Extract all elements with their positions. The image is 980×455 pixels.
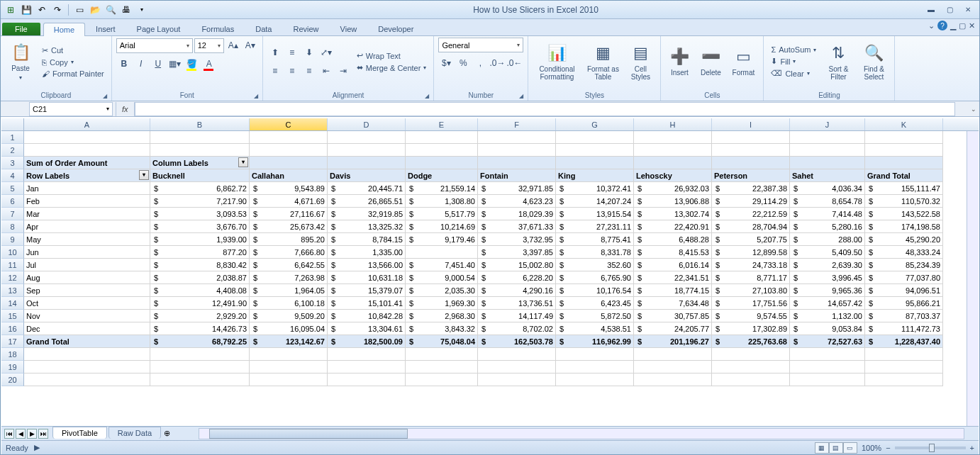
cell[interactable]: $6,423.45 [556,297,634,310]
clear-button[interactable]: ⌫Clear▾ [768,68,819,79]
cell[interactable] [406,348,478,361]
formula-expand-icon[interactable]: ⌄ [968,106,979,113]
undo-icon[interactable]: ↶ [35,3,49,17]
cell[interactable]: $13,736.51 [478,297,556,310]
row-header[interactable]: 14 [1,297,24,310]
column-labels-dropdown[interactable]: ▾ [238,157,248,167]
cell[interactable] [865,131,943,144]
cell[interactable]: Callahan [250,169,328,182]
cell[interactable]: $116,962.99 [556,335,634,348]
cell[interactable]: $13,325.32 [328,220,406,233]
row-header[interactable]: 2 [1,144,24,157]
cell[interactable]: $8,415.53 [634,246,712,259]
cell[interactable]: $14,117.49 [478,310,556,322]
comma-format-button[interactable]: , [472,55,488,71]
sheet-nav-next[interactable]: ▶ [27,429,37,439]
column-header[interactable]: F [478,118,556,130]
row-labels-dropdown[interactable]: ▾ [139,170,149,180]
row-header[interactable]: 6 [1,195,24,208]
excel-icon[interactable]: ⊞ [4,3,18,17]
cell[interactable]: $4,290.16 [478,284,556,297]
cell[interactable] [478,131,556,144]
cell[interactable]: $352.60 [556,259,634,271]
cell[interactable]: $22,420.91 [634,220,712,233]
zoom-level[interactable]: 100% [862,444,881,452]
cell[interactable]: $225,763.68 [712,335,790,348]
cell[interactable] [712,144,790,157]
cell[interactable]: $27,116.67 [250,208,328,220]
sort-filter-button[interactable]: ⇅Sort & Filter [822,38,854,86]
column-header[interactable]: I [712,118,790,130]
open-icon[interactable]: 📂 [88,3,102,17]
fill-color-button[interactable]: 🪣 [184,56,200,72]
cell[interactable]: $29,114.29 [712,195,790,208]
cell-styles-button[interactable]: ▤Cell Styles [625,38,656,86]
row-header[interactable]: 5 [1,182,24,195]
format-cells-button[interactable]: ▭Format [728,38,759,86]
align-middle-button[interactable]: ≡ [284,45,300,60]
cell[interactable]: $5,207.75 [712,233,790,246]
align-left-button[interactable]: ≡ [267,63,283,79]
cell[interactable]: $7,634.48 [634,297,712,310]
cell[interactable] [328,157,406,169]
cell[interactable]: $7,263.98 [250,271,328,284]
clipboard-launcher-icon[interactable]: ◢ [103,93,107,99]
cell[interactable]: $162,503.78 [478,335,556,348]
cell[interactable]: $14,426.73 [150,322,250,335]
format-painter-button[interactable]: 🖌Format Painter [39,69,107,79]
cell[interactable]: $12,899.58 [712,246,790,259]
cell[interactable]: $95,866.21 [865,297,943,310]
cell[interactable]: $14,207.24 [556,195,634,208]
row-header[interactable]: 19 [1,361,24,373]
ribbon-tab-formulas[interactable]: Formulas [191,22,245,35]
cell[interactable]: $7,666.80 [250,246,328,259]
cell[interactable]: $2,639.30 [790,259,865,271]
cell[interactable]: $94,096.51 [865,284,943,297]
cell[interactable]: $7,451.40 [406,259,478,271]
cell[interactable] [790,348,865,361]
cell[interactable]: $174,198.58 [865,220,943,233]
cell[interactable] [24,131,150,144]
column-header[interactable]: B [150,118,250,130]
cell[interactable] [634,348,712,361]
cell[interactable] [712,373,790,386]
cell[interactable]: $13,304.61 [328,322,406,335]
cell[interactable]: $5,517.79 [406,208,478,220]
cell[interactable] [406,157,478,169]
autosum-button[interactable]: ΣAutoSum▾ [768,45,819,55]
cell[interactable]: $4,036.34 [790,182,865,195]
column-header[interactable]: G [556,118,634,130]
cell[interactable]: $6,642.55 [250,259,328,271]
cell[interactable]: $32,971.85 [478,182,556,195]
cell[interactable] [634,373,712,386]
ribbon-tab-insert[interactable]: Insert [85,22,126,35]
cell[interactable]: $7,414.48 [790,208,865,220]
column-header[interactable]: E [406,118,478,130]
cell[interactable]: $9,053.84 [790,322,865,335]
cell[interactable] [865,157,943,169]
cell[interactable]: $10,842.28 [328,310,406,322]
cell[interactable]: $37,671.33 [478,220,556,233]
row-header[interactable]: 7 [1,208,24,220]
cell[interactable] [250,144,328,157]
cell[interactable]: $9,000.54 [406,271,478,284]
cell[interactable] [634,131,712,144]
decrease-decimal-button[interactable]: .0← [506,55,522,71]
cell[interactable]: $155,111.47 [865,182,943,195]
qat-dropdown-icon[interactable]: ▾ [135,3,149,17]
cell[interactable]: Dec [24,322,150,335]
align-top-button[interactable]: ⬆ [267,45,283,60]
cell[interactable] [865,144,943,157]
cell[interactable]: $895.20 [250,233,328,246]
cell[interactable]: Jun [24,246,150,259]
close-button[interactable]: ✕ [959,4,976,16]
cell[interactable]: $1,939.00 [150,233,250,246]
cell[interactable]: Jul [24,259,150,271]
cell[interactable]: $13,566.00 [328,259,406,271]
cell[interactable]: Feb [24,195,150,208]
cut-button[interactable]: ✂Cut [39,45,107,56]
row-header[interactable]: 12 [1,271,24,284]
cell[interactable] [790,361,865,373]
cell[interactable] [712,131,790,144]
row-header[interactable]: 10 [1,246,24,259]
